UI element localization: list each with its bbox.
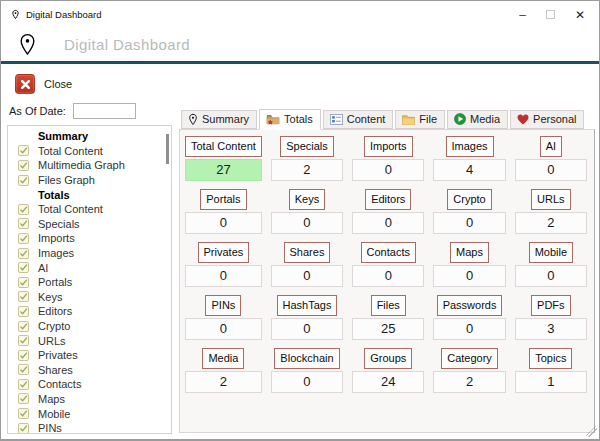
stat-label: Blockchain [274, 348, 339, 369]
stat-label: Passwords [437, 295, 503, 316]
location-pin-icon [188, 113, 198, 126]
stat-cell-files: Files25 [352, 295, 424, 340]
location-pin-icon [18, 33, 37, 56]
header-divider [1, 61, 599, 64]
checkbox-check-icon [18, 393, 38, 404]
stat-label: Groups [364, 348, 412, 369]
as-of-date-label: As Of Date: [9, 105, 66, 117]
checkbox-check-icon [18, 204, 38, 215]
stat-value: 24 [352, 371, 424, 393]
sidebar-item-keys[interactable]: Keys [8, 290, 171, 305]
sidebar-item-contacts[interactable]: Contacts [8, 377, 171, 392]
close-button[interactable]: Close [15, 74, 599, 94]
tab-personal[interactable]: Personal [510, 110, 584, 129]
sidebar-item-editors[interactable]: Editors [8, 304, 171, 319]
sidebar-item-pins[interactable]: PINs [8, 421, 171, 434]
stat-cell-mobile: Mobile0 [515, 242, 587, 287]
sidebar-item-label: Crypto [38, 320, 70, 332]
main-area: SummaryTotalsContentFileMediaPersonal To… [179, 108, 595, 433]
tab-totals[interactable]: Totals [259, 109, 321, 130]
tab-label: File [419, 113, 437, 125]
sidebar-item-files-graph[interactable]: Files Graph [8, 173, 171, 188]
sidebar-item-mobile[interactable]: Mobile [8, 406, 171, 421]
stat-label: Imports [364, 136, 413, 157]
red-x-icon[interactable] [15, 74, 35, 94]
stat-value: 0 [271, 212, 343, 234]
close-button-label[interactable]: Close [44, 78, 72, 90]
folder-icon [402, 114, 415, 125]
sidebar-item-label: Mobile [38, 408, 70, 420]
sidebar-item-imports[interactable]: Imports [8, 231, 171, 246]
tab-file[interactable]: File [395, 110, 445, 129]
sidebar-item-label: Multimedia Graph [38, 159, 125, 171]
checkbox-check-icon [18, 277, 38, 288]
stat-label: AI [540, 136, 562, 157]
stat-value: 0 [352, 159, 424, 181]
page-title: Digital Dashboard [64, 36, 190, 53]
stat-value: 2 [271, 159, 343, 181]
resize-grip-icon[interactable] [586, 426, 597, 437]
sidebar-item-multimedia-graph[interactable]: Multimedia Graph [8, 158, 171, 173]
checkbox-check-icon [18, 306, 38, 317]
sidebar-item-label: Summary [38, 130, 88, 142]
sidebar-item-label: Portals [38, 276, 72, 288]
stat-cell-category: Category2 [433, 348, 505, 393]
sidebar-item-shares[interactable]: Shares [8, 363, 171, 378]
sidebar-item-maps[interactable]: Maps [8, 392, 171, 407]
stat-value: 2 [185, 371, 262, 393]
stat-cell-specials: Specials2 [271, 136, 343, 181]
stat-value: 0 [433, 265, 505, 287]
stat-label: Portals [200, 189, 246, 210]
stat-value: 0 [515, 159, 587, 181]
stat-cell-hashtags: HashTags0 [271, 295, 343, 340]
sidebar-list: SummaryTotal ContentMultimedia GraphFile… [8, 129, 171, 434]
sidebar-item-urls[interactable]: URLs [8, 333, 171, 348]
stat-cell-imports: Imports0 [352, 136, 424, 181]
checkbox-check-icon [18, 321, 38, 332]
as-of-date-input[interactable] [73, 103, 136, 119]
sidebar-item-portals[interactable]: Portals [8, 275, 171, 290]
stat-value: 0 [185, 265, 262, 287]
sidebar-item-ai[interactable]: AI [8, 260, 171, 275]
minimize-button[interactable]: – [519, 9, 526, 21]
stat-label: Contacts [361, 242, 416, 263]
sidebar-scrollbar[interactable] [165, 129, 170, 429]
stat-label: Files [371, 295, 406, 316]
checkbox-check-icon [18, 379, 38, 390]
tab-label: Personal [533, 113, 576, 125]
sidebar-item-total-content[interactable]: Total Content [8, 144, 171, 159]
tab-strip: SummaryTotalsContentFileMediaPersonal [179, 108, 595, 129]
heart-icon [517, 114, 529, 125]
stat-value: 0 [433, 212, 505, 234]
tab-content[interactable]: Content [323, 110, 394, 129]
tab-summary[interactable]: Summary [181, 110, 257, 129]
stat-label: Keys [289, 189, 325, 210]
tab-label: Media [470, 113, 500, 125]
stat-cell-images: Images4 [433, 136, 505, 181]
sidebar-item-label: Images [38, 247, 74, 259]
maximize-button[interactable] [546, 10, 555, 19]
sidebar-item-label: Total Content [38, 145, 103, 157]
sidebar-item-crypto[interactable]: Crypto [8, 319, 171, 334]
stat-label: Crypto [447, 189, 491, 210]
stat-value: 2 [515, 212, 587, 234]
stat-cell-contacts: Contacts0 [352, 242, 424, 287]
stat-value: 0 [433, 318, 505, 340]
stat-value: 2 [433, 371, 505, 393]
close-window-button[interactable]: ✕ [575, 9, 585, 21]
stat-value: 0 [185, 318, 262, 340]
sidebar-item-privates[interactable]: Privates [8, 348, 171, 363]
sidebar-item-images[interactable]: Images [8, 246, 171, 261]
sidebar-item-total-content[interactable]: Total Content [8, 202, 171, 217]
checkbox-check-icon [18, 364, 38, 375]
stat-cell-keys: Keys0 [271, 189, 343, 234]
tab-media[interactable]: Media [447, 110, 508, 129]
stat-label: Maps [450, 242, 489, 263]
sidebar-item-label: PINs [38, 422, 62, 434]
sidebar-scrollbar-thumb[interactable] [166, 134, 169, 164]
checkbox-check-icon [18, 350, 38, 361]
sidebar-item-label: Files Graph [38, 174, 95, 186]
sidebar-item-specials[interactable]: Specials [8, 217, 171, 232]
stat-cell-pins: PINs0 [185, 295, 262, 340]
window-title: Digital Dashboard [26, 9, 102, 20]
